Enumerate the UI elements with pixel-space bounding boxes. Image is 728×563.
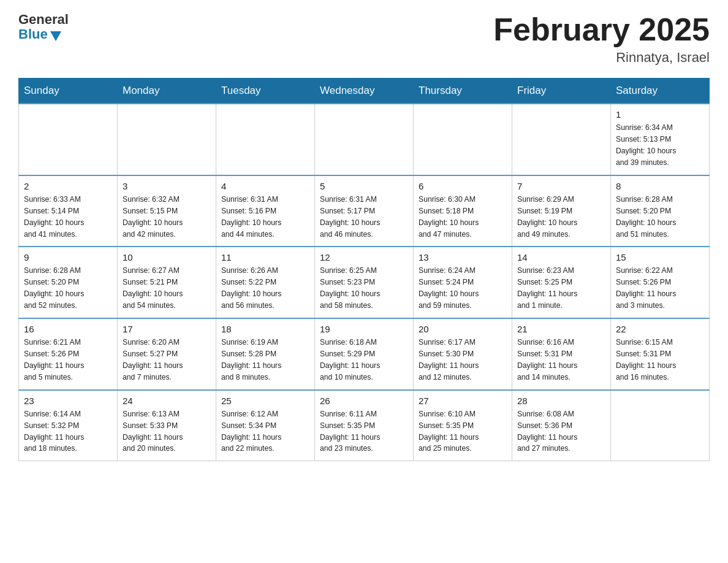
table-row: 2Sunrise: 6:33 AMSunset: 5:14 PMDaylight… (19, 175, 118, 247)
day-info: Sunrise: 6:12 AMSunset: 5:34 PMDaylight:… (221, 408, 309, 455)
col-wednesday: Wednesday (315, 79, 414, 104)
logo-general-text: General (18, 12, 69, 27)
logo-blue-text: Blue (18, 27, 48, 42)
day-info: Sunrise: 6:14 AMSunset: 5:32 PMDaylight:… (24, 408, 112, 455)
table-row (512, 104, 611, 175)
calendar-title: February 2025 (493, 12, 710, 47)
day-number: 19 (320, 324, 408, 334)
day-number: 4 (221, 181, 309, 191)
day-info: Sunrise: 6:28 AMSunset: 5:20 PMDaylight:… (616, 194, 704, 240)
day-info: Sunrise: 6:17 AMSunset: 5:30 PMDaylight:… (419, 337, 507, 383)
table-row (118, 104, 216, 175)
table-row (315, 104, 414, 175)
calendar-week-row: 9Sunrise: 6:28 AMSunset: 5:20 PMDaylight… (19, 247, 710, 318)
table-row: 24Sunrise: 6:13 AMSunset: 5:33 PMDayligh… (118, 390, 216, 461)
day-info: Sunrise: 6:25 AMSunset: 5:23 PMDaylight:… (320, 265, 408, 312)
day-number: 12 (320, 252, 408, 262)
day-info: Sunrise: 6:33 AMSunset: 5:14 PMDaylight:… (24, 194, 112, 240)
calendar-week-row: 2Sunrise: 6:33 AMSunset: 5:14 PMDaylight… (19, 175, 710, 247)
day-number: 3 (123, 181, 211, 191)
day-number: 16 (24, 324, 112, 334)
day-number: 22 (616, 324, 704, 334)
calendar-table: Sunday Monday Tuesday Wednesday Thursday… (18, 78, 710, 461)
table-row: 15Sunrise: 6:22 AMSunset: 5:26 PMDayligh… (611, 247, 710, 318)
logo-text: General Blue (18, 12, 69, 42)
day-number: 21 (517, 324, 605, 334)
day-info: Sunrise: 6:31 AMSunset: 5:16 PMDaylight:… (221, 194, 309, 240)
day-number: 20 (419, 324, 507, 334)
table-row: 8Sunrise: 6:28 AMSunset: 5:20 PMDaylight… (611, 175, 710, 247)
col-sunday: Sunday (19, 79, 118, 104)
day-info: Sunrise: 6:34 AMSunset: 5:13 PMDaylight:… (616, 122, 704, 169)
day-number: 13 (419, 252, 507, 262)
day-number: 9 (24, 252, 112, 262)
calendar-location: Rinnatya, Israel (493, 50, 710, 66)
title-block: February 2025 Rinnatya, Israel (493, 12, 710, 66)
day-info: Sunrise: 6:26 AMSunset: 5:22 PMDaylight:… (221, 265, 309, 312)
day-info: Sunrise: 6:32 AMSunset: 5:15 PMDaylight:… (123, 194, 211, 240)
day-number: 25 (221, 396, 309, 406)
day-info: Sunrise: 6:13 AMSunset: 5:33 PMDaylight:… (123, 408, 211, 455)
day-number: 2 (24, 181, 112, 191)
day-number: 26 (320, 396, 408, 406)
table-row (611, 390, 710, 461)
col-tuesday: Tuesday (216, 79, 315, 104)
col-thursday: Thursday (414, 79, 512, 104)
day-number: 6 (419, 181, 507, 191)
day-info: Sunrise: 6:31 AMSunset: 5:17 PMDaylight:… (320, 194, 408, 240)
table-row: 16Sunrise: 6:21 AMSunset: 5:26 PMDayligh… (19, 318, 118, 390)
table-row: 27Sunrise: 6:10 AMSunset: 5:35 PMDayligh… (414, 390, 512, 461)
day-number: 18 (221, 324, 309, 334)
calendar-week-row: 23Sunrise: 6:14 AMSunset: 5:32 PMDayligh… (19, 390, 710, 461)
table-row: 6Sunrise: 6:30 AMSunset: 5:18 PMDaylight… (414, 175, 512, 247)
table-row (414, 104, 512, 175)
day-number: 14 (517, 252, 605, 262)
table-row: 14Sunrise: 6:23 AMSunset: 5:25 PMDayligh… (512, 247, 611, 318)
table-row: 4Sunrise: 6:31 AMSunset: 5:16 PMDaylight… (216, 175, 315, 247)
table-row: 18Sunrise: 6:19 AMSunset: 5:28 PMDayligh… (216, 318, 315, 390)
day-number: 1 (616, 109, 704, 120)
table-row: 21Sunrise: 6:16 AMSunset: 5:31 PMDayligh… (512, 318, 611, 390)
day-info: Sunrise: 6:24 AMSunset: 5:24 PMDaylight:… (419, 265, 507, 312)
table-row: 23Sunrise: 6:14 AMSunset: 5:32 PMDayligh… (19, 390, 118, 461)
day-info: Sunrise: 6:29 AMSunset: 5:19 PMDaylight:… (517, 194, 605, 240)
day-info: Sunrise: 6:23 AMSunset: 5:25 PMDaylight:… (517, 265, 605, 312)
table-row: 13Sunrise: 6:24 AMSunset: 5:24 PMDayligh… (414, 247, 512, 318)
table-row: 5Sunrise: 6:31 AMSunset: 5:17 PMDaylight… (315, 175, 414, 247)
day-info: Sunrise: 6:15 AMSunset: 5:31 PMDaylight:… (616, 337, 704, 383)
table-row: 17Sunrise: 6:20 AMSunset: 5:27 PMDayligh… (118, 318, 216, 390)
day-number: 8 (616, 181, 704, 191)
day-number: 7 (517, 181, 605, 191)
day-info: Sunrise: 6:22 AMSunset: 5:26 PMDaylight:… (616, 265, 704, 312)
table-row: 19Sunrise: 6:18 AMSunset: 5:29 PMDayligh… (315, 318, 414, 390)
day-number: 11 (221, 252, 309, 262)
day-info: Sunrise: 6:11 AMSunset: 5:35 PMDaylight:… (320, 408, 408, 455)
table-row: 3Sunrise: 6:32 AMSunset: 5:15 PMDaylight… (118, 175, 216, 247)
day-info: Sunrise: 6:20 AMSunset: 5:27 PMDaylight:… (123, 337, 211, 383)
day-number: 5 (320, 181, 408, 191)
day-number: 27 (419, 396, 507, 406)
day-info: Sunrise: 6:18 AMSunset: 5:29 PMDaylight:… (320, 337, 408, 383)
col-saturday: Saturday (611, 79, 710, 104)
day-number: 17 (123, 324, 211, 334)
col-friday: Friday (512, 79, 611, 104)
day-info: Sunrise: 6:27 AMSunset: 5:21 PMDaylight:… (123, 265, 211, 312)
table-row: 25Sunrise: 6:12 AMSunset: 5:34 PMDayligh… (216, 390, 315, 461)
table-row: 10Sunrise: 6:27 AMSunset: 5:21 PMDayligh… (118, 247, 216, 318)
logo-triangle-icon (50, 31, 61, 41)
day-number: 24 (123, 396, 211, 406)
table-row: 28Sunrise: 6:08 AMSunset: 5:36 PMDayligh… (512, 390, 611, 461)
calendar-week-row: 1Sunrise: 6:34 AMSunset: 5:13 PMDaylight… (19, 104, 710, 175)
day-info: Sunrise: 6:16 AMSunset: 5:31 PMDaylight:… (517, 337, 605, 383)
table-row: 20Sunrise: 6:17 AMSunset: 5:30 PMDayligh… (414, 318, 512, 390)
table-row: 22Sunrise: 6:15 AMSunset: 5:31 PMDayligh… (611, 318, 710, 390)
table-row: 7Sunrise: 6:29 AMSunset: 5:19 PMDaylight… (512, 175, 611, 247)
logo: General Blue (18, 12, 69, 42)
day-number: 15 (616, 252, 704, 262)
day-info: Sunrise: 6:28 AMSunset: 5:20 PMDaylight:… (24, 265, 112, 312)
table-row: 11Sunrise: 6:26 AMSunset: 5:22 PMDayligh… (216, 247, 315, 318)
day-info: Sunrise: 6:10 AMSunset: 5:35 PMDaylight:… (419, 408, 507, 455)
table-row (19, 104, 118, 175)
table-row: 1Sunrise: 6:34 AMSunset: 5:13 PMDaylight… (611, 104, 710, 175)
day-number: 23 (24, 396, 112, 406)
